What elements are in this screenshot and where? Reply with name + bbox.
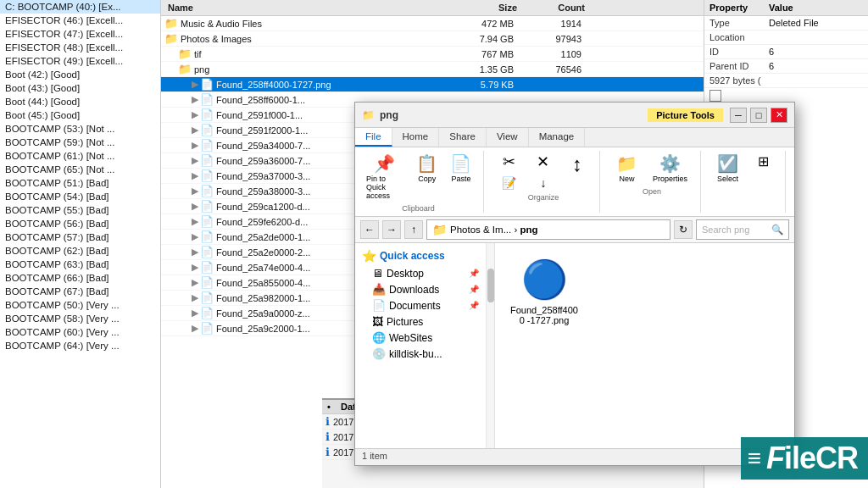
forward-button[interactable]: → [382,220,401,239]
row-icon-8: 📄 [200,139,214,152]
row-icon-14: 📄 [200,230,214,243]
tree-row-4[interactable]: ▶ 📄 Found_258ff4000-1727.png 5.79 KB [161,77,704,92]
ribbon-tab-file[interactable]: File [355,128,392,147]
pin-to-quick-access-button[interactable]: 📌 Pin to Quickaccess [360,151,409,202]
prop-col2: Value [769,3,793,13]
properties-button[interactable]: ⚙️ Properties [647,151,693,186]
left-panel-item-2[interactable]: EFISECTOR (47:) [Excell... [0,27,160,41]
ribbon-tab-home[interactable]: Home [392,128,440,147]
left-panel-item-4[interactable]: EFISECTOR (49:) [Excell... [0,54,160,68]
ribbon-body: 📌 Pin to Quickaccess 📋 Copy 📄 Paste Clip… [355,147,794,216]
tree-row-1[interactable]: 📁 Photos & Images 7.94 GB 97943 [161,31,704,47]
left-panel-item-13[interactable]: BOOTCAMP (51:) [Bad] [0,176,160,190]
quick-access-header[interactable]: ⭐ Quick access [355,247,486,265]
delete-button[interactable]: ✕ [528,151,559,173]
left-panel-item-21[interactable]: BOOTCAMP (67:) [Bad] [0,285,160,298]
word-wrap-button[interactable]: 📝 [494,175,525,191]
left-panel-item-16[interactable]: BOOTCAMP (56:) [Bad] [0,217,160,230]
file-icon-found[interactable]: 🔵 Found_258ff4000 -1727.png [502,250,587,333]
refresh-button[interactable]: ↻ [674,220,693,239]
left-panel-item-24[interactable]: BOOTCAMP (60:) [Very ... [0,325,160,339]
search-icon: 🔍 [771,224,783,236]
paste-button[interactable]: 📄 Paste [446,151,476,202]
row-count-0: 1914 [520,19,588,29]
paste-label: Paste [451,175,470,183]
left-panel-item-18[interactable]: BOOTCAMP (62:) [Bad] [0,244,160,258]
left-panel-item-10[interactable]: BOOTCAMP (59:) [Not ... [0,136,160,149]
copy-button[interactable]: 📋 Copy [412,151,442,202]
rename-button[interactable]: ↓ [528,175,559,191]
explorer-title: png [380,109,648,121]
select-button[interactable]: ☑️ Select [711,151,744,186]
log-icon-1: ℹ [326,430,330,443]
close-button[interactable]: ✕ [771,108,787,123]
row-icon-3: 📁 [178,63,192,75]
documents-nav-item[interactable]: 📄 Documents 📌 [355,297,486,313]
left-panel-item-11[interactable]: BOOTCAMP (61:) [Not ... [0,149,160,163]
left-panel-item-15[interactable]: BOOTCAMP (55:) [Bad] [0,203,160,217]
ribbon-tab-manage[interactable]: Manage [529,128,586,147]
pictures-nav-item[interactable]: 🖼 Pictures [355,313,486,330]
killdisk-nav-item[interactable]: 💿 killdisk-bu... [355,346,486,362]
row-icon-13: 📄 [200,215,214,228]
cut-button[interactable]: ✂ [494,151,525,173]
tree-header: Name Size Count [161,0,704,16]
tree-row-0[interactable]: 📁 Music & Audio Files 472 MB 1914 [161,16,704,31]
prop-key-0: Type [709,18,769,28]
left-panel-item-17[interactable]: BOOTCAMP (57:) [Bad] [0,230,160,244]
left-panel-item-25[interactable]: BOOTCAMP (64:) [Very ... [0,339,160,352]
quick-access-label: Quick access [380,250,445,262]
desktop-nav-item[interactable]: 🖥 Desktop 📌 [355,265,486,281]
triangle-icon: ▶ [192,262,198,273]
downloads-nav-item[interactable]: 📥 Downloads 📌 [355,281,486,297]
up-button[interactable]: ↑ [404,220,423,239]
nav-scrollbar[interactable] [487,243,495,448]
pictures-icon: 🖼 [372,315,383,328]
open-group: 📁 New ⚙️ Properties Open [610,151,701,213]
row-name-11: Found_259a38000-3... [216,186,310,197]
websites-nav-item[interactable]: 🌐 WebSites [355,330,486,346]
ribbon-tab-share[interactable]: Share [439,128,487,147]
left-panel-item-19[interactable]: BOOTCAMP (63:) [Bad] [0,258,160,271]
left-panel-item-6[interactable]: Boot (43:) [Good] [0,81,160,95]
triangle-icon: ▶ [192,247,198,258]
left-panel-item-8[interactable]: Boot (45:) [Good] [0,108,160,122]
left-panel: C: BOOTCAMP (40:) [Ex...EFISECTOR (46:) … [0,0,161,488]
checkbox-0[interactable] [709,90,721,102]
prop-val-2: 6 [769,47,863,57]
left-panel-item-9[interactable]: BOOTCAMP (53:) [Not ... [0,122,160,136]
left-panel-item-1[interactable]: EFISECTOR (46:) [Excell... [0,14,160,27]
row-icon-10: 📄 [200,169,214,182]
explorer-statusbar: 1 item [355,448,794,465]
documents-label: Documents [389,300,441,312]
navigation-pane: ⭐ Quick access 🖥 Desktop 📌 📥 Downloads 📌… [355,243,487,448]
left-panel-item-7[interactable]: Boot (44:) [Good] [0,95,160,108]
downloads-label: Downloads [389,284,439,296]
file-content-area: 🔵 Found_258ff4000 -1727.png [495,243,794,448]
left-panel-item-23[interactable]: BOOTCAMP (58:) [Very ... [0,312,160,325]
maximize-button[interactable]: □ [750,108,767,123]
left-panel-item-0[interactable]: C: BOOTCAMP (40:) [Ex... [0,0,160,14]
left-panel-item-14[interactable]: BOOTCAMP (54:) [Bad] [0,190,160,203]
tree-row-2[interactable]: 📁 tif 767 MB 1109 [161,47,704,62]
left-panel-item-22[interactable]: BOOTCAMP (50:) [Very ... [0,298,160,312]
row-name-9: Found_259a36000-7... [216,156,310,166]
back-button[interactable]: ← [360,220,379,239]
picture-tools-badge: Picture Tools [648,108,723,122]
row-icon-19: 📄 [200,307,214,319]
new-folder-button[interactable]: 📁 New [610,151,643,186]
search-box[interactable]: Search png 🔍 [696,219,789,240]
move-to-button[interactable]: ↕ [562,151,593,191]
filecr-logo-text: FileCR [766,441,858,476]
left-panel-item-3[interactable]: EFISECTOR (48:) [Excell... [0,41,160,54]
left-panel-item-20[interactable]: BOOTCAMP (66:) [Bad] [0,271,160,285]
address-path[interactable]: 📁 Photos & Im... › png [426,219,670,240]
ribbon-tab-view[interactable]: View [487,128,529,147]
titlebar-icons: 📁 [362,109,375,121]
left-panel-item-12[interactable]: BOOTCAMP (65:) [Not ... [0,163,160,176]
left-panel-item-5[interactable]: Boot (42:) [Good] [0,68,160,81]
select-icon: ☑️ [717,153,738,174]
minimize-button[interactable]: ─ [730,108,747,123]
tree-row-3[interactable]: 📁 png 1.35 GB 76546 [161,62,704,77]
view-options-button[interactable]: ⊞ [748,151,778,186]
